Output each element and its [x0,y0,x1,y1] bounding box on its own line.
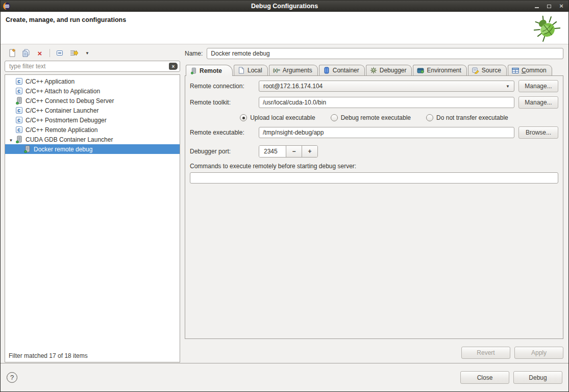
c-app-icon: c [16,78,22,85]
tree-item-cuda-gdb-container-launcher[interactable]: ▼ CUDA GDB Container Launcher [5,135,180,144]
tab-source[interactable]: Source [468,65,507,75]
dialog-header-title: Create, manage, and run configurations [6,16,126,23]
tab-common[interactable]: Common [508,65,552,75]
tab-debugger[interactable]: Debugger [366,65,412,75]
clear-filter-icon[interactable]: × [169,63,178,70]
commands-label: Commands to execute remotely before star… [190,163,558,170]
environment-icon [417,67,424,74]
debugger-port-stepper: 2345 − + [259,145,318,158]
c-app-icon: c [16,117,22,123]
tree-item-cpp-postmortem[interactable]: c C/C++ Postmortem Debugger [5,115,180,125]
tree-item-cpp-application[interactable]: c C/C++ Application [5,76,180,86]
container-icon [323,67,330,74]
remote-executable-label: Remote executable: [190,129,259,136]
name-input[interactable] [207,48,563,59]
titlebar: Debug Configurations × [1,1,568,12]
configurations-toolbar: × ▼ [5,46,180,60]
window-title: Debug Configurations [1,3,568,10]
remote-tab-content: Remote connection: root@172.16.174.104 ▼… [185,75,563,339]
tree-item-cpp-connect-debug-server[interactable]: C/C++ Connect to Debug Server [5,96,180,106]
server-icon [190,67,197,74]
close-button[interactable]: Close [460,371,509,384]
tab-environment[interactable]: Environment [413,65,466,75]
arguments-icon: (x)= [273,67,280,74]
filter-status-text: Filter matched 17 of 18 items [9,352,88,359]
chevron-down-icon: ▼ [506,84,510,89]
server-icon [15,136,23,143]
server-icon [15,97,23,104]
eclipse-logo-icon[interactable] [3,2,11,10]
configurations-panel: × ▼ × [5,46,180,362]
close-window-button[interactable]: × [558,1,564,12]
filter-configurations-icon[interactable] [69,48,78,58]
c-app-icon: c [16,88,22,94]
file-icon [238,67,245,74]
remote-toolkit-input[interactable] [259,97,514,108]
port-increment-button[interactable]: + [302,146,317,157]
transfer-mode-radios: Upload local executable Debug remote exe… [190,114,558,121]
debugger-port-value[interactable]: 2345 [259,146,286,157]
radio-icon [331,114,338,121]
table-icon [512,67,519,74]
radio-do-not-transfer-executable[interactable]: Do not transfer executable [426,114,508,121]
debugger-bug-icon [370,67,377,74]
configurations-tree: c C/C++ Application c C/C++ Attach to Ap… [5,74,180,362]
radio-debug-remote-executable[interactable]: Debug remote executable [331,114,411,121]
dialog-header: Create, manage, and run configurations [1,12,568,44]
c-app-icon: c [16,126,22,133]
revert-button[interactable]: Revert [461,347,510,359]
minimize-button[interactable] [534,1,540,12]
dialog-footer: ? Close Debug [1,363,568,391]
tree-item-docker-remote-debug[interactable]: Docker remote debug [5,144,180,154]
help-button[interactable]: ? [7,372,17,383]
manage-toolkit-button[interactable]: Manage... [518,96,558,109]
debug-bug-icon [533,14,561,44]
browse-executable-button[interactable]: Browse... [518,126,558,139]
tab-remote[interactable]: Remote [186,65,233,76]
chevron-down-icon[interactable]: ▼ [9,138,13,143]
maximize-button[interactable] [546,1,552,12]
filter-field: × [5,61,180,72]
remote-connection-select[interactable]: root@172.16.174.104 ▼ [259,81,514,92]
tab-arguments[interactable]: (x)= Arguments [269,65,318,75]
radio-icon [426,114,433,121]
apply-button[interactable]: Apply [514,347,563,359]
collapse-all-icon[interactable] [55,48,64,58]
manage-connection-button[interactable]: Manage... [518,80,558,92]
configuration-detail-panel: Name: Remote [185,46,563,362]
debugger-port-label: Debugger port: [190,148,259,155]
debug-button[interactable]: Debug [513,371,562,384]
tree-item-cpp-attach[interactable]: c C/C++ Attach to Application [5,86,180,96]
remote-connection-label: Remote connection: [190,83,259,90]
work-area: × ▼ × [1,45,568,363]
tree-item-cpp-container-launcher[interactable]: c C/C++ Container Launcher [5,106,180,115]
c-app-icon: c [16,107,22,114]
tab-container[interactable]: Container [319,65,365,75]
debug-configurations-dialog: Debug Configurations × Create, manage, a… [0,0,569,392]
remote-toolkit-label: Remote toolkit: [190,99,259,106]
duplicate-configuration-icon[interactable] [21,48,31,58]
commands-input[interactable] [190,172,558,184]
port-decrement-button[interactable]: − [286,146,302,157]
config-tabs: Remote Local (x)= Arguments [185,64,563,75]
delete-configuration-icon[interactable]: × [35,48,44,58]
new-configuration-icon[interactable] [8,48,17,58]
radio-icon [240,114,247,121]
server-icon [23,145,31,153]
toolbar-separator [50,49,50,57]
filter-input[interactable] [9,63,169,70]
tab-local[interactable]: Local [234,65,268,75]
tree-item-cpp-remote-application[interactable]: c C/C++ Remote Application [5,125,180,135]
radio-upload-local-executable[interactable]: Upload local executable [240,114,315,121]
toolbar-menu-arrow-icon[interactable]: ▼ [83,48,92,58]
name-label: Name: [185,50,203,57]
remote-executable-input[interactable] [259,127,514,138]
source-icon [472,67,479,74]
